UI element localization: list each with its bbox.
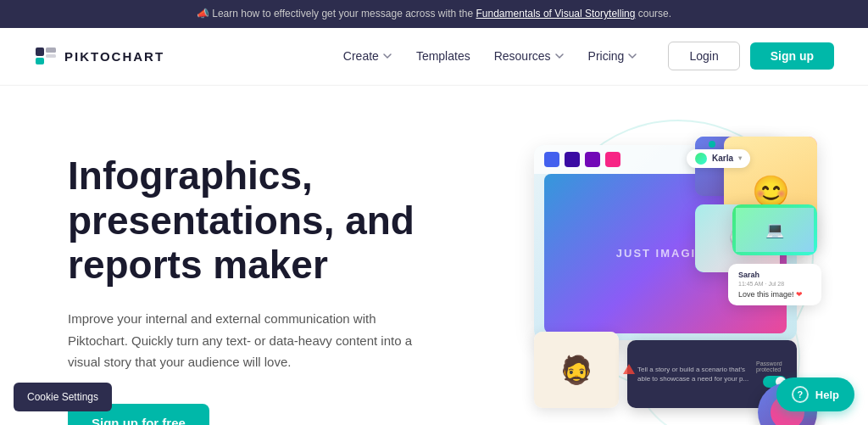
- chevron-down-icon: [627, 51, 637, 61]
- top-banner: 📣 Learn how to effectively get your mess…: [0, 0, 868, 28]
- banner-text: Learn how to effectively get your messag…: [212, 8, 476, 20]
- color-swatch-4: [605, 152, 620, 167]
- chat-name: Sarah: [738, 271, 811, 279]
- photo-person-beard: 🧔: [559, 354, 593, 386]
- triangle-red: [623, 364, 635, 374]
- hero-subtitle: Improve your internal and external commu…: [68, 308, 424, 373]
- nav-buttons: Login Sign up: [668, 42, 834, 70]
- signup-button[interactable]: Sign up: [750, 42, 834, 70]
- hero-title: Infographics, presentations, and reports…: [68, 154, 509, 288]
- chevron-down-icon: [382, 51, 392, 61]
- chat-message: Love this image! ❤: [738, 290, 811, 299]
- svg-rect-0: [36, 48, 44, 56]
- login-button[interactable]: Login: [668, 42, 739, 70]
- help-icon: ?: [792, 386, 809, 403]
- svg-rect-2: [46, 54, 56, 58]
- cookie-settings-button[interactable]: Cookie Settings: [14, 383, 112, 411]
- help-button[interactable]: ? Help: [776, 377, 854, 411]
- svg-rect-1: [46, 48, 56, 53]
- navbar: PIKTOCHART Create Templates Resources Pr…: [0, 28, 868, 86]
- photo-laptop: 💻: [765, 221, 784, 239]
- user-avatar-dot: [695, 153, 707, 165]
- photo-card-5: 🧔: [534, 332, 619, 408]
- color-swatch-2: [565, 152, 580, 167]
- svg-rect-3: [36, 58, 44, 64]
- chat-time: 11:45 AM · Jul 28: [738, 281, 811, 287]
- heart-icon: ❤: [796, 290, 803, 299]
- nav-item-resources[interactable]: Resources: [484, 42, 575, 70]
- password-text: Tell a story or build a scenario that's …: [637, 365, 756, 383]
- logo-icon: [34, 44, 58, 68]
- nav-item-create[interactable]: Create: [333, 42, 403, 70]
- nav-links: Create Templates Resources Pricing: [333, 42, 648, 70]
- dot-teal: [709, 141, 715, 148]
- photo-card-4: 💻: [732, 204, 817, 255]
- color-swatch-3: [585, 152, 600, 167]
- banner-suffix: course.: [638, 8, 671, 20]
- color-swatch-1: [544, 152, 559, 167]
- banner-emoji: 📣: [197, 8, 209, 20]
- hero-section: Infographics, presentations, and reports…: [0, 86, 868, 425]
- logo[interactable]: PIKTOCHART: [34, 44, 164, 68]
- banner-link[interactable]: Fundamentals of Visual Storytelling: [476, 8, 636, 20]
- nav-item-templates[interactable]: Templates: [406, 42, 481, 70]
- user-chip: Karla ▾: [687, 149, 750, 168]
- chat-bubble: Sarah 11:45 AM · Jul 28 Love this image!…: [728, 264, 821, 305]
- hero-content: Infographics, presentations, and reports…: [68, 154, 509, 425]
- nav-item-pricing[interactable]: Pricing: [578, 42, 648, 70]
- logo-wordmark: PIKTOCHART: [64, 49, 164, 64]
- tell-story-text: Tell a story or build a scenario that's …: [637, 365, 756, 383]
- password-label: Password protected: [756, 361, 787, 372]
- chevron-down-icon: [554, 51, 565, 61]
